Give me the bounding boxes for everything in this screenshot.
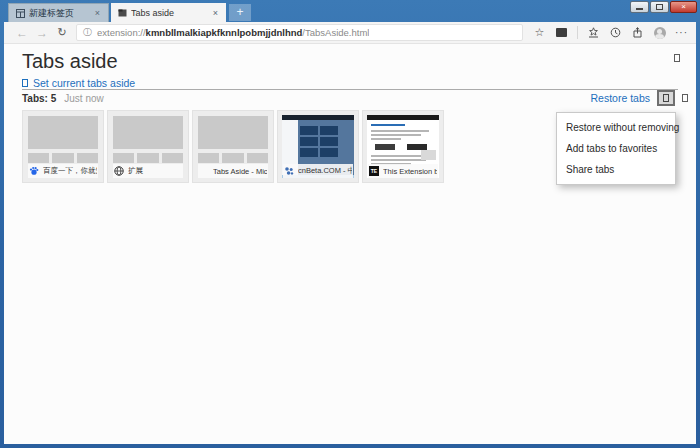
saved-tab-card-microsoft[interactable]: Tabs Aside - Microsof (192, 110, 274, 183)
browser-window: 新建标签页 × Tabs aside × + × ← → ↻ ⓘ extensi… (0, 0, 700, 448)
thumbnail-placeholder (113, 116, 183, 149)
extension-box-icon (556, 28, 567, 37)
tab-new-tab-page[interactable]: 新建标签页 × (8, 3, 109, 22)
section-divider (22, 89, 678, 90)
share-icon[interactable] (631, 26, 644, 39)
saved-tab-card-extensions[interactable]: 扩展 (107, 110, 189, 183)
tabs-count: Tabs: 5 (22, 93, 56, 104)
baidu-favicon (29, 166, 39, 176)
menu-item-share-tabs[interactable]: Share tabs (557, 159, 675, 180)
dismiss-session-icon[interactable] (682, 94, 688, 102)
new-tab-page-icon (15, 8, 25, 18)
new-tab-button[interactable]: + (229, 4, 251, 21)
set-aside-label: Set current tabs aside (33, 77, 135, 89)
thumbnail-placeholder (198, 116, 268, 149)
card-label: Tabs Aside - Microsof (198, 164, 268, 178)
menu-item-add-tabs-to-favorites[interactable]: Add tabs to favorites (557, 138, 675, 159)
saved-tabs-row: 百度一下，你就知道 扩展 (22, 110, 444, 183)
set-current-tabs-aside-link[interactable]: Set current tabs aside (22, 77, 135, 89)
tab-title: 新建标签页 (29, 7, 89, 20)
address-bar[interactable]: ⓘ extension://kmnbllmalkiapkfknnlpobmjjd… (76, 24, 523, 41)
profile-avatar-icon[interactable] (653, 26, 666, 39)
tabs-aside-favicon (117, 8, 127, 18)
menu-item-restore-without-removing[interactable]: Restore without removing (557, 117, 675, 138)
card-title: 扩展 (128, 166, 182, 176)
session-info: Tabs: 5 Just now (22, 93, 104, 104)
window-controls: × (630, 1, 697, 13)
maximize-icon (656, 4, 663, 10)
minimize-button[interactable] (630, 1, 649, 13)
forward-icon[interactable]: → (32, 26, 52, 40)
favorites-star-icon[interactable]: ☆ (533, 26, 546, 39)
thumbnail-placeholder-row (28, 153, 98, 163)
more-options-icon[interactable]: ··· (675, 26, 688, 39)
thumbnail-placeholder-row (113, 153, 183, 163)
card-title: cnBeta.COM - 中文业界 (298, 166, 352, 176)
collapse-icon[interactable] (674, 54, 680, 62)
card-label: TE This Extension brings (368, 164, 438, 178)
tab-close-icon[interactable]: × (211, 8, 220, 18)
browser-chrome: ← → ↻ ⓘ extension://kmnbllmalkiapkfknnlp… (4, 22, 696, 444)
saved-time: Just now (64, 93, 103, 104)
card-label: 扩展 (113, 164, 183, 178)
toolbar: ← → ↻ ⓘ extension://kmnbllmalkiapkfknnlp… (4, 22, 696, 44)
tab-close-icon[interactable]: × (93, 8, 102, 18)
tabs-aside-page: Tabs aside Set current tabs aside Tabs: … (4, 44, 696, 444)
saved-tab-card-cnbeta[interactable]: cnBeta.COM - 中文业界 (277, 110, 359, 183)
more-box-icon (663, 94, 669, 102)
card-title: This Extension brings (383, 167, 437, 176)
cnbeta-favicon (284, 166, 294, 176)
globe-favicon (114, 166, 124, 176)
restore-options-menu: Restore without removing Add tabs to fav… (556, 112, 676, 185)
saved-tab-card-article[interactable]: TE This Extension brings (362, 110, 444, 183)
titlebar: 新建标签页 × Tabs aside × + × (0, 0, 700, 22)
card-title: 百度一下，你就知道 (43, 166, 97, 176)
history-icon[interactable] (609, 26, 622, 39)
toolbar-icons: ☆ ··· (533, 26, 688, 39)
tabs-aside-extension-icon[interactable] (555, 26, 568, 39)
back-icon[interactable]: ← (12, 26, 32, 40)
thumbnail-placeholder-row (198, 153, 268, 163)
article-site-favicon: TE (369, 166, 379, 176)
card-label: cnBeta.COM - 中文业界 (283, 164, 353, 178)
set-aside-icon (22, 79, 28, 87)
url-text: extension://kmnbllmalkiapkfknnlpobmjjdnl… (97, 27, 369, 38)
tab-title: Tabs aside (131, 8, 207, 18)
thumbnail-placeholder (28, 116, 98, 149)
hub-favorites-icon[interactable] (587, 26, 600, 39)
saved-tab-card-baidu[interactable]: 百度一下，你就知道 (22, 110, 104, 183)
minimize-icon (636, 8, 643, 10)
maximize-button[interactable] (650, 1, 669, 13)
microsoft-favicon (199, 166, 209, 176)
tab-tabs-aside[interactable]: Tabs aside × (111, 3, 226, 22)
page-title: Tabs aside (22, 50, 118, 73)
toolbar-separator (577, 26, 578, 39)
card-title: Tabs Aside - Microsof (213, 167, 267, 176)
restore-options-button[interactable] (657, 90, 675, 106)
restore-controls: Restore tabs (590, 90, 688, 106)
page-info-icon[interactable]: ⓘ (83, 26, 92, 39)
refresh-icon[interactable]: ↻ (52, 26, 72, 39)
card-label: 百度一下，你就知道 (28, 164, 98, 178)
close-button[interactable]: × (670, 1, 697, 13)
avatar (654, 27, 666, 39)
restore-tabs-link[interactable]: Restore tabs (590, 92, 650, 104)
